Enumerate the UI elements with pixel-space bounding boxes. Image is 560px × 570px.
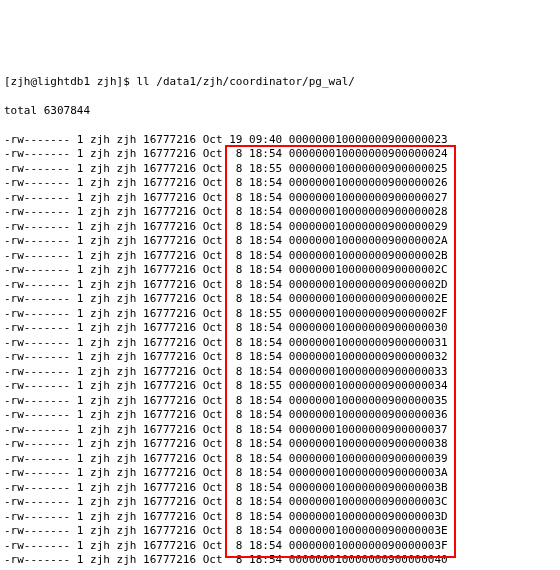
file-row: -rw------- 1 zjh zjh 16777216 Oct 8 18:5…: [4, 249, 556, 264]
file-row: -rw------- 1 zjh zjh 16777216 Oct 8 18:5…: [4, 553, 556, 568]
file-row: -rw------- 1 zjh zjh 16777216 Oct 8 18:5…: [4, 423, 556, 438]
file-row: -rw------- 1 zjh zjh 16777216 Oct 8 18:5…: [4, 205, 556, 220]
file-row: -rw------- 1 zjh zjh 16777216 Oct 8 18:5…: [4, 524, 556, 539]
terminal-output[interactable]: [zjh@lightdb1 zjh]$ ll /data1/zjh/coordi…: [4, 60, 556, 570]
file-row: -rw------- 1 zjh zjh 16777216 Oct 8 18:5…: [4, 321, 556, 336]
file-row: -rw------- 1 zjh zjh 16777216 Oct 8 18:5…: [4, 437, 556, 452]
file-row: -rw------- 1 zjh zjh 16777216 Oct 8 18:5…: [4, 350, 556, 365]
file-row: -rw------- 1 zjh zjh 16777216 Oct 8 18:5…: [4, 162, 556, 177]
file-row: -rw------- 1 zjh zjh 16777216 Oct 19 09:…: [4, 133, 556, 148]
file-row: -rw------- 1 zjh zjh 16777216 Oct 8 18:5…: [4, 379, 556, 394]
file-row: -rw------- 1 zjh zjh 16777216 Oct 8 18:5…: [4, 278, 556, 293]
file-row: -rw------- 1 zjh zjh 16777216 Oct 8 18:5…: [4, 365, 556, 380]
file-row: -rw------- 1 zjh zjh 16777216 Oct 8 18:5…: [4, 466, 556, 481]
file-row: -rw------- 1 zjh zjh 16777216 Oct 8 18:5…: [4, 394, 556, 409]
file-row: -rw------- 1 zjh zjh 16777216 Oct 8 18:5…: [4, 336, 556, 351]
file-row: -rw------- 1 zjh zjh 16777216 Oct 8 18:5…: [4, 481, 556, 496]
file-row: -rw------- 1 zjh zjh 16777216 Oct 8 18:5…: [4, 408, 556, 423]
file-row: -rw------- 1 zjh zjh 16777216 Oct 8 18:5…: [4, 452, 556, 467]
file-row: -rw------- 1 zjh zjh 16777216 Oct 8 18:5…: [4, 510, 556, 525]
file-row: -rw------- 1 zjh zjh 16777216 Oct 8 18:5…: [4, 539, 556, 554]
prompt-line: [zjh@lightdb1 zjh]$ ll /data1/zjh/coordi…: [4, 75, 556, 90]
file-row: -rw------- 1 zjh zjh 16777216 Oct 8 18:5…: [4, 220, 556, 235]
file-row: -rw------- 1 zjh zjh 16777216 Oct 8 18:5…: [4, 307, 556, 322]
file-row: -rw------- 1 zjh zjh 16777216 Oct 8 18:5…: [4, 263, 556, 278]
file-row: -rw------- 1 zjh zjh 16777216 Oct 8 18:5…: [4, 234, 556, 249]
file-row: -rw------- 1 zjh zjh 16777216 Oct 8 18:5…: [4, 176, 556, 191]
file-row: -rw------- 1 zjh zjh 16777216 Oct 8 18:5…: [4, 292, 556, 307]
file-row: -rw------- 1 zjh zjh 16777216 Oct 8 18:5…: [4, 495, 556, 510]
file-listing: -rw------- 1 zjh zjh 16777216 Oct 19 09:…: [4, 133, 556, 571]
total-line: total 6307844: [4, 104, 556, 119]
file-row: -rw------- 1 zjh zjh 16777216 Oct 8 18:5…: [4, 191, 556, 206]
file-row: -rw------- 1 zjh zjh 16777216 Oct 8 18:5…: [4, 147, 556, 162]
